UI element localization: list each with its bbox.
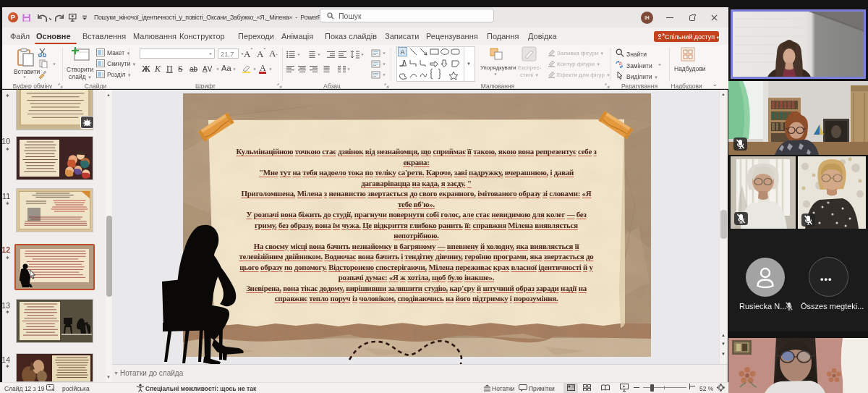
svg-text:A: A: [400, 48, 404, 56]
svg-text:b: b: [619, 61, 622, 66]
